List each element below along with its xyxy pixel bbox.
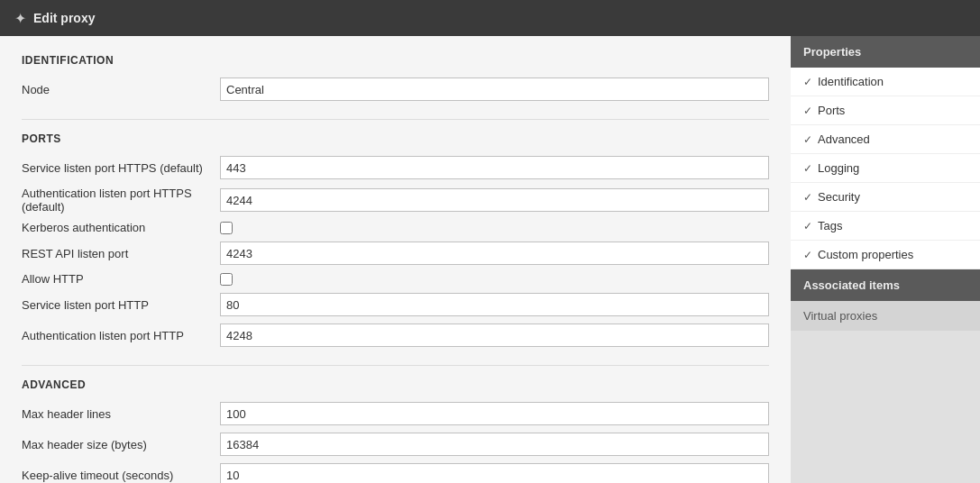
sidebar-item-logging[interactable]: ✓ Logging bbox=[791, 154, 980, 183]
right-sidebar: Properties ✓ Identification ✓ Ports ✓ Ad… bbox=[791, 36, 980, 483]
sidebar-item-virtual-proxies-label: Virtual proxies bbox=[803, 309, 877, 323]
check-security: ✓ bbox=[803, 191, 812, 204]
rest-api-port-label: REST API listen port bbox=[22, 247, 220, 260]
auth-https-port-row: Authentication listen port HTTPS (defaul… bbox=[22, 187, 769, 214]
rest-api-port-row: REST API listen port bbox=[22, 242, 769, 265]
app-wrapper: ✦ Edit proxy IDENTIFICATION Node PORTS S… bbox=[0, 0, 980, 483]
top-bar: ✦ Edit proxy bbox=[0, 0, 980, 36]
keepalive-timeout-row: Keep-alive timeout (seconds) bbox=[22, 463, 769, 483]
check-advanced: ✓ bbox=[803, 133, 812, 146]
kerberos-label: Kerberos authentication bbox=[22, 221, 220, 234]
sidebar-item-security-label: Security bbox=[818, 190, 860, 204]
auth-https-port-label: Authentication listen port HTTPS (defaul… bbox=[22, 187, 220, 214]
auth-http-port-input[interactable] bbox=[220, 324, 769, 347]
sidebar-item-identification[interactable]: ✓ Identification bbox=[791, 68, 980, 96]
sidebar-item-tags-label: Tags bbox=[818, 219, 842, 232]
check-custom-properties: ✓ bbox=[803, 249, 812, 261]
max-header-lines-input[interactable] bbox=[220, 402, 769, 425]
node-input[interactable] bbox=[220, 77, 769, 101]
advanced-title: ADVANCED bbox=[22, 378, 769, 391]
identification-section: IDENTIFICATION Node bbox=[22, 54, 769, 101]
form-area: IDENTIFICATION Node PORTS Service listen… bbox=[0, 36, 791, 483]
allow-http-row: Allow HTTP bbox=[22, 272, 769, 286]
kerberos-row: Kerberos authentication bbox=[22, 221, 769, 234]
check-tags: ✓ bbox=[803, 220, 812, 232]
sidebar-item-ports[interactable]: ✓ Ports bbox=[791, 96, 980, 125]
max-header-size-row: Max header size (bytes) bbox=[22, 433, 769, 456]
advanced-section: ADVANCED Max header lines Max header siz… bbox=[22, 378, 769, 483]
sidebar-item-identification-label: Identification bbox=[818, 75, 884, 88]
sidebar-item-virtual-proxies[interactable]: Virtual proxies bbox=[791, 301, 980, 331]
keepalive-timeout-input[interactable] bbox=[220, 463, 769, 483]
sidebar-item-custom-properties[interactable]: ✓ Custom properties bbox=[791, 241, 980, 269]
sidebar-item-tags[interactable]: ✓ Tags bbox=[791, 212, 980, 241]
ports-title: PORTS bbox=[22, 132, 769, 145]
edit-proxy-icon: ✦ bbox=[14, 10, 26, 27]
max-header-lines-label: Max header lines bbox=[22, 407, 220, 421]
divider-ports bbox=[22, 119, 769, 120]
sidebar-item-advanced-label: Advanced bbox=[818, 132, 870, 146]
identification-title: IDENTIFICATION bbox=[22, 54, 769, 67]
main-layout: IDENTIFICATION Node PORTS Service listen… bbox=[0, 36, 980, 483]
check-identification: ✓ bbox=[803, 76, 812, 88]
max-header-size-input[interactable] bbox=[220, 433, 769, 456]
https-port-label: Service listen port HTTPS (default) bbox=[22, 161, 220, 175]
node-row: Node bbox=[22, 77, 769, 101]
max-header-size-label: Max header size (bytes) bbox=[22, 438, 220, 451]
node-label: Node bbox=[22, 83, 220, 96]
allow-http-checkbox[interactable] bbox=[220, 273, 233, 286]
http-port-input[interactable] bbox=[220, 293, 769, 316]
https-port-row: Service listen port HTTPS (default) bbox=[22, 156, 769, 179]
sidebar-item-ports-label: Ports bbox=[818, 104, 845, 117]
keepalive-timeout-label: Keep-alive timeout (seconds) bbox=[22, 469, 220, 482]
sidebar-item-security[interactable]: ✓ Security bbox=[791, 183, 980, 212]
sidebar-item-logging-label: Logging bbox=[818, 161, 859, 175]
max-header-lines-row: Max header lines bbox=[22, 402, 769, 425]
divider-advanced bbox=[22, 365, 769, 366]
auth-http-port-label: Authentication listen port HTTP bbox=[22, 329, 220, 342]
properties-header: Properties bbox=[791, 36, 980, 68]
http-port-label: Service listen port HTTP bbox=[22, 298, 220, 312]
https-port-input[interactable] bbox=[220, 156, 769, 179]
top-bar-title: Edit proxy bbox=[33, 11, 95, 25]
associated-items-header: Associated items bbox=[791, 269, 980, 301]
kerberos-checkbox[interactable] bbox=[220, 222, 233, 234]
check-logging: ✓ bbox=[803, 162, 812, 175]
auth-https-port-input[interactable] bbox=[220, 188, 769, 212]
ports-section: PORTS Service listen port HTTPS (default… bbox=[22, 132, 769, 347]
http-port-row: Service listen port HTTP bbox=[22, 293, 769, 316]
sidebar-item-custom-properties-label: Custom properties bbox=[818, 248, 913, 261]
allow-http-label: Allow HTTP bbox=[22, 272, 220, 286]
sidebar-item-advanced[interactable]: ✓ Advanced bbox=[791, 125, 980, 154]
sidebar-nav-list: ✓ Identification ✓ Ports ✓ Advanced ✓ Lo… bbox=[791, 68, 980, 269]
rest-api-port-input[interactable] bbox=[220, 242, 769, 265]
auth-http-port-row: Authentication listen port HTTP bbox=[22, 324, 769, 347]
check-ports: ✓ bbox=[803, 105, 812, 117]
